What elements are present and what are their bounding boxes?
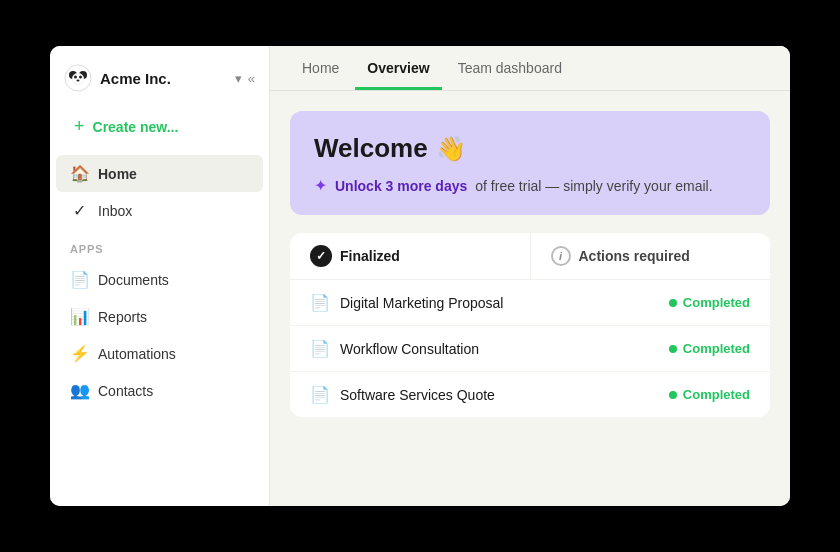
sidebar: Acme Inc. ▾ « + Create new... 🏠 Home ✓ I… xyxy=(50,46,270,506)
sidebar-item-automations-label: Automations xyxy=(98,346,176,362)
sidebar-item-reports-label: Reports xyxy=(98,309,147,325)
status-dot xyxy=(669,391,677,399)
contacts-icon: 👥 xyxy=(70,381,88,400)
unlock-text: of free trial — simply verify your email… xyxy=(475,178,712,194)
docs-tabs: ✓ Finalized i Actions required xyxy=(290,233,770,280)
create-new-label: Create new... xyxy=(93,119,179,135)
table-row: 📄 Digital Marketing Proposal Completed xyxy=(290,280,770,326)
svg-point-7 xyxy=(77,80,80,82)
status-text: Completed xyxy=(683,387,750,402)
sidebar-item-home[interactable]: 🏠 Home xyxy=(56,155,263,192)
tab-actions-required[interactable]: i Actions required xyxy=(531,233,771,279)
svg-point-5 xyxy=(74,76,77,79)
file-icon: 📄 xyxy=(310,293,328,312)
tab-home[interactable]: Home xyxy=(290,46,351,90)
company-name: Acme Inc. xyxy=(100,70,171,87)
file-icon: 📄 xyxy=(310,339,328,358)
docs-panel: ✓ Finalized i Actions required 📄 Digital… xyxy=(290,233,770,417)
sidebar-item-inbox-label: Inbox xyxy=(98,203,132,219)
tab-actions-required-label: Actions required xyxy=(579,248,690,264)
star-icon: ✦ xyxy=(314,176,327,195)
sidebar-item-contacts[interactable]: 👥 Contacts xyxy=(56,372,263,409)
reports-icon: 📊 xyxy=(70,307,88,326)
welcome-banner: Welcome 👋 ✦ Unlock 3 more days of free t… xyxy=(290,111,770,215)
doc-name: Software Services Quote xyxy=(340,387,657,403)
svg-point-6 xyxy=(79,76,82,79)
info-icon: i xyxy=(551,246,571,266)
main-body: Welcome 👋 ✦ Unlock 3 more days of free t… xyxy=(270,91,790,506)
automations-icon: ⚡ xyxy=(70,344,88,363)
chevron-down-icon[interactable]: ▾ xyxy=(235,71,242,86)
welcome-title: Welcome 👋 xyxy=(314,133,746,164)
tab-team-dashboard[interactable]: Team dashboard xyxy=(446,46,574,90)
file-icon: 📄 xyxy=(310,385,328,404)
doc-name: Digital Marketing Proposal xyxy=(340,295,657,311)
unlock-row: ✦ Unlock 3 more days of free trial — sim… xyxy=(314,176,746,195)
status-text: Completed xyxy=(683,295,750,310)
status-text: Completed xyxy=(683,341,750,356)
table-row: 📄 Software Services Quote Completed xyxy=(290,372,770,417)
tab-finalized[interactable]: ✓ Finalized xyxy=(290,233,531,279)
logo-area: Acme Inc. xyxy=(64,64,171,92)
tab-overview[interactable]: Overview xyxy=(355,46,441,90)
wave-emoji: 👋 xyxy=(436,135,466,163)
sidebar-item-documents[interactable]: 📄 Documents xyxy=(56,261,263,298)
check-icon: ✓ xyxy=(310,245,332,267)
document-icon: 📄 xyxy=(70,270,88,289)
tab-finalized-label: Finalized xyxy=(340,248,400,264)
logo-icon xyxy=(64,64,92,92)
sidebar-item-home-label: Home xyxy=(98,166,137,182)
inbox-icon: ✓ xyxy=(70,201,88,220)
plus-icon: + xyxy=(74,116,85,137)
doc-name: Workflow Consultation xyxy=(340,341,657,357)
top-nav: Home Overview Team dashboard xyxy=(270,46,790,91)
sidebar-item-automations[interactable]: ⚡ Automations xyxy=(56,335,263,372)
create-new-button[interactable]: + Create new... xyxy=(60,108,259,145)
svg-point-3 xyxy=(72,73,84,85)
status-badge: Completed xyxy=(669,341,750,356)
sidebar-item-documents-label: Documents xyxy=(98,272,169,288)
main-content: Home Overview Team dashboard Welcome 👋 ✦… xyxy=(270,46,790,506)
status-badge: Completed xyxy=(669,295,750,310)
table-row: 📄 Workflow Consultation Completed xyxy=(290,326,770,372)
status-badge: Completed xyxy=(669,387,750,402)
sidebar-item-reports[interactable]: 📊 Reports xyxy=(56,298,263,335)
sidebar-controls: ▾ « xyxy=(235,71,255,86)
home-icon: 🏠 xyxy=(70,164,88,183)
sidebar-header: Acme Inc. ▾ « xyxy=(50,64,269,108)
sidebar-item-contacts-label: Contacts xyxy=(98,383,153,399)
status-dot xyxy=(669,345,677,353)
collapse-sidebar-icon[interactable]: « xyxy=(248,71,255,86)
status-dot xyxy=(669,299,677,307)
apps-section-label: APPS xyxy=(50,229,269,261)
unlock-link[interactable]: Unlock 3 more days xyxy=(335,178,467,194)
sidebar-item-inbox[interactable]: ✓ Inbox xyxy=(56,192,263,229)
